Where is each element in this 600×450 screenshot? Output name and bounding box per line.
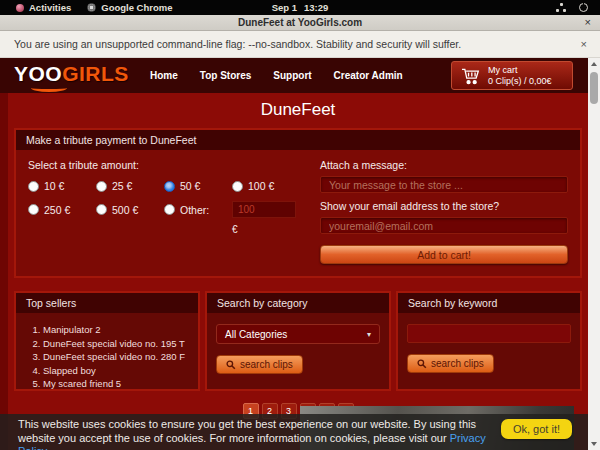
amount-option-250[interactable]: 250 €	[28, 201, 96, 218]
radio-button[interactable]	[164, 204, 175, 215]
currency-symbol: €	[232, 224, 302, 235]
amount-option-label: 100 €	[248, 180, 274, 192]
window-close-icon[interactable]: ×	[585, 16, 591, 28]
amount-option-label: 25 €	[112, 180, 132, 192]
search-keyword-panel: Search by keyword search clips	[396, 291, 582, 391]
system-top-bar: Activities Google Chrome Sep 1 13:29	[0, 0, 600, 15]
activities-button[interactable]: Activities	[16, 2, 71, 13]
search-category-header: Search by category	[207, 293, 389, 313]
search-icon	[226, 360, 236, 370]
logo-smile-icon	[31, 84, 67, 92]
amount-option-10[interactable]: 10 €	[28, 180, 96, 192]
app-menu-google-chrome[interactable]: Google Chrome	[87, 2, 172, 13]
radio-button[interactable]	[96, 204, 107, 215]
amount-option-label: Other:	[180, 204, 209, 216]
nav-item-top-stores[interactable]: Top Stores	[200, 70, 251, 81]
page-title: DuneFeet	[8, 93, 588, 120]
activities-label: Activities	[29, 2, 71, 13]
main-nav: Home Top Stores Support Creator Admin	[150, 58, 403, 93]
radio-button[interactable]	[28, 204, 39, 215]
page-container: DuneFeet Make a tribute payment to DuneF…	[8, 93, 588, 450]
cookie-consent-bar: This website uses cookies to ensure you …	[0, 414, 588, 450]
amount-option-label: 50 €	[180, 180, 200, 192]
logo-part-girls: GIRLS	[62, 62, 129, 85]
top-seller-item[interactable]: Slapped boy	[43, 364, 189, 378]
radio-button[interactable]	[28, 181, 39, 192]
top-sellers-panel: Top sellers Manipulator 2 DuneFeet speci…	[14, 291, 200, 391]
site-header: YOOGIRLS Home Top Stores Support Creator…	[0, 58, 588, 93]
amount-options: 10 € 25 € 50 € 100 €	[28, 180, 306, 235]
scrollbar-thumb[interactable]	[590, 72, 598, 104]
network-icon[interactable]	[556, 3, 566, 12]
search-keyword-header: Search by keyword	[398, 293, 580, 313]
email-label: Show your email address to the store?	[320, 200, 568, 212]
top-sellers-header: Top sellers	[16, 293, 198, 313]
amount-option-other[interactable]: Other:	[164, 201, 232, 218]
email-input[interactable]	[320, 217, 568, 234]
add-to-cart-button[interactable]: Add to cart!	[320, 245, 568, 264]
category-select[interactable]: All Categories ▾	[216, 324, 380, 344]
search-clips-by-category-button[interactable]: search clips	[216, 355, 303, 374]
message-input[interactable]	[320, 176, 568, 193]
tribute-panel-header: Make a tribute payment to DuneFeet	[16, 130, 580, 150]
cart-icon	[461, 67, 481, 85]
window-titlebar: DuneFeet at YooGirls.com ×	[0, 15, 600, 31]
top-seller-item[interactable]: My scared friend 5	[43, 377, 189, 391]
top-seller-item[interactable]: DuneFeet special video no. 280 F	[43, 350, 189, 364]
amount-option-label: 10 €	[44, 180, 64, 192]
search-button-label: search clips	[240, 359, 293, 370]
activities-indicator-icon	[16, 4, 24, 12]
amount-option-100[interactable]: 100 €	[232, 180, 302, 192]
radio-button-checked[interactable]	[164, 181, 175, 192]
scrollbar-down-arrow-icon[interactable]	[588, 438, 600, 450]
chrome-icon	[87, 3, 96, 12]
keyword-input[interactable]	[407, 324, 571, 343]
nav-item-support[interactable]: Support	[273, 70, 311, 81]
top-sellers-list: Manipulator 2 DuneFeet special video no.…	[29, 323, 189, 391]
infobar-close-icon[interactable]: ×	[581, 38, 587, 50]
app-menu-label: Google Chrome	[101, 2, 172, 13]
radio-button[interactable]	[232, 181, 243, 192]
amount-option-25[interactable]: 25 €	[96, 180, 164, 192]
amount-option-50[interactable]: 50 €	[164, 180, 232, 192]
cart-title: My cart	[488, 65, 552, 76]
message-label: Attach a message:	[320, 159, 568, 171]
search-button-label: search clips	[431, 358, 484, 369]
clock-button[interactable]: Sep 1 13:29	[272, 2, 329, 13]
search-icon	[417, 359, 427, 369]
logo-part-yoo: YOO	[14, 62, 62, 85]
other-amount-input[interactable]	[232, 201, 296, 218]
window-title: DuneFeet at YooGirls.com	[238, 17, 362, 28]
search-category-panel: Search by category All Categories ▾ sear…	[205, 291, 391, 391]
amount-option-label: 500 €	[112, 204, 138, 216]
cart-summary: 0 Clip(s) / 0,00€	[488, 76, 552, 87]
search-clips-by-keyword-button[interactable]: search clips	[407, 354, 494, 373]
chrome-infobar: You are using an unsupported command-lin…	[0, 31, 600, 58]
scrollbar-up-arrow-icon[interactable]	[588, 58, 600, 70]
tribute-panel: Make a tribute payment to DuneFeet Selec…	[14, 128, 582, 278]
radio-button[interactable]	[96, 181, 107, 192]
top-seller-item[interactable]: DuneFeet special video no. 195 T	[43, 337, 189, 351]
infobar-message: You are using an unsupported command-lin…	[14, 38, 461, 50]
clock-date: Sep 1	[272, 2, 297, 13]
amount-option-500[interactable]: 500 €	[96, 201, 164, 218]
power-icon[interactable]	[579, 3, 588, 12]
cookie-text-body: This website uses cookies to ensure you …	[18, 418, 476, 444]
my-cart-button[interactable]: My cart 0 Clip(s) / 0,00€	[451, 61, 573, 90]
cookie-accept-button[interactable]: Ok, got it!	[501, 419, 572, 439]
clock-time: 13:29	[304, 2, 328, 13]
nav-item-creator-admin[interactable]: Creator Admin	[334, 70, 403, 81]
amount-option-label: 250 €	[44, 204, 70, 216]
category-selected-value: All Categories	[225, 329, 287, 340]
nav-item-home[interactable]: Home	[150, 70, 178, 81]
browser-scrollbar[interactable]	[588, 58, 600, 450]
site-logo[interactable]: YOOGIRLS	[14, 62, 129, 86]
chevron-down-icon: ▾	[367, 330, 371, 339]
top-seller-item[interactable]: Manipulator 2	[43, 323, 189, 337]
cookie-text: This website uses cookies to ensure you …	[18, 418, 496, 450]
amount-label: Select a tribute amount:	[28, 159, 306, 171]
